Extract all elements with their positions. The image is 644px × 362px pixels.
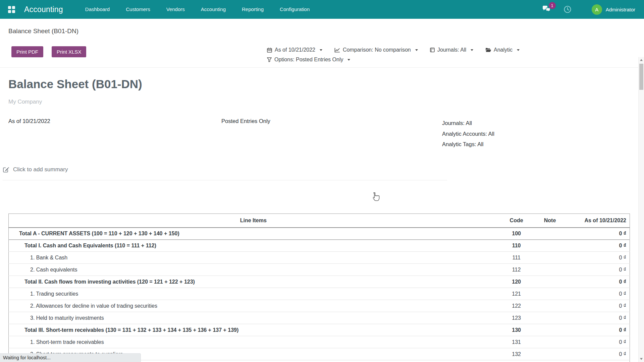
filter-row-1: As of 10/21/2022 Comparison: No comparis…: [267, 47, 520, 53]
row-value[interactable]: 0 ₫: [565, 312, 630, 324]
app-brand[interactable]: Accounting: [24, 5, 63, 14]
filter-journals-dropdown[interactable]: Journals: All: [430, 47, 473, 53]
filter-journals-label: Journals: All: [437, 47, 466, 53]
row-value[interactable]: 0 ₫: [565, 300, 630, 312]
filter-options-dropdown[interactable]: Options: Posted Entries Only: [267, 57, 350, 63]
row-code: 110: [498, 240, 535, 252]
row-label[interactable]: Total A - CURRENT ASSETS (100 = 110 + 12…: [9, 228, 498, 240]
row-label[interactable]: 2. Cash equivalents: [9, 264, 498, 276]
chevron-down-icon: [471, 49, 473, 51]
filter-analytic-dropdown[interactable]: Analytic: [485, 47, 520, 53]
table-header: Line Items Code Note As of 10/21/2022: [9, 214, 630, 228]
table-row: Total A - CURRENT ASSETS (100 = 110 + 12…: [9, 228, 630, 240]
row-value[interactable]: 0 ₫: [565, 348, 630, 360]
row-value[interactable]: 0 ₫: [565, 276, 630, 288]
row-label[interactable]: Total II. Cash flows from investing acti…: [9, 276, 498, 288]
nav-item-reporting[interactable]: Reporting: [234, 0, 272, 19]
row-note: [535, 240, 565, 252]
row-label[interactable]: Total I. Cash and Cash Equivalents (110 …: [9, 240, 498, 252]
chevron-down-icon: [415, 49, 418, 51]
row-label[interactable]: 1. Short-term trade receivables: [9, 336, 498, 348]
nav-item-vendors[interactable]: Vendors: [158, 0, 193, 19]
filter-funnel-icon: [267, 57, 272, 62]
row-code: 111: [498, 252, 535, 264]
row-value[interactable]: 0 ₫: [565, 240, 630, 252]
report-table-body: Total A - CURRENT ASSETS (100 = 110 + 12…: [9, 228, 630, 362]
row-value[interactable]: 0 ₫: [565, 324, 630, 336]
report-title: Balance Sheet (B01-DN): [8, 77, 142, 91]
activities-clock-icon[interactable]: [564, 5, 572, 13]
row-value[interactable]: 0 ₫: [565, 336, 630, 348]
apps-grid-icon[interactable]: [8, 6, 15, 13]
nav-item-dashboard[interactable]: Dashboard: [77, 0, 118, 19]
filter-date-dropdown[interactable]: As of 10/21/2022: [267, 47, 322, 53]
report-filters: As of 10/21/2022 Comparison: No comparis…: [267, 47, 520, 63]
nav-item-configuration[interactable]: Configuration: [272, 0, 318, 19]
table-row: Total I. Cash and Cash Equivalents (110 …: [9, 240, 630, 252]
nav-item-accounting[interactable]: Accounting: [193, 0, 234, 19]
report-info-analytic-tags: Analytic Tags: All: [442, 139, 494, 150]
row-note: [535, 360, 565, 362]
breadcrumb[interactable]: Balance Sheet (B01-DN): [8, 27, 78, 35]
table-row: 1. Trading securities 121 0 ₫: [9, 288, 630, 300]
topbar-right-cluster: 1 A Administrator: [542, 4, 644, 15]
book-icon: [430, 48, 435, 53]
report-info-options: Posted Entries Only: [221, 118, 270, 124]
print-pdf-button[interactable]: Print PDF: [11, 46, 43, 57]
row-note: [535, 348, 565, 360]
row-label[interactable]: 1. Bank & Cash: [9, 252, 498, 264]
summary-underline: [3, 180, 447, 180]
col-header-code: Code: [498, 214, 535, 228]
row-label[interactable]: 1. Trading securities: [9, 288, 498, 300]
browser-status-toast: Waiting for localhost...: [0, 353, 141, 362]
row-value[interactable]: 0 ₫: [565, 360, 630, 362]
row-value[interactable]: 0 ₫: [565, 228, 630, 240]
add-summary-placeholder: Click to add summary: [13, 166, 68, 173]
col-header-note: Note: [535, 214, 565, 228]
row-code: 120: [498, 276, 535, 288]
print-xlsx-button[interactable]: Print XLSX: [52, 46, 86, 57]
user-avatar[interactable]: A: [592, 4, 602, 15]
action-buttons: Print PDF Print XLSX: [11, 46, 86, 57]
table-row: 1. Bank & Cash 111 0 ₫: [9, 252, 630, 264]
filter-row-2: Options: Posted Entries Only: [267, 57, 520, 63]
row-note: [535, 324, 565, 336]
folder-open-icon: [485, 48, 491, 52]
row-label[interactable]: Total III. Short-term receivables (130 =…: [9, 324, 498, 336]
row-note: [535, 300, 565, 312]
row-note: [535, 264, 565, 276]
table-row: 1. Short-term trade receivables 131 0 ₫: [9, 336, 630, 348]
row-label[interactable]: 3. Held to maturity investments: [9, 312, 498, 324]
row-value[interactable]: 0 ₫: [565, 264, 630, 276]
row-value[interactable]: 0 ₫: [565, 288, 630, 300]
scrollbar-thumb[interactable]: [639, 64, 643, 90]
scroll-up-arrow[interactable]: [640, 59, 643, 61]
control-panel: Balance Sheet (B01-DN) Print PDF Print X…: [0, 19, 644, 68]
row-code: 122: [498, 300, 535, 312]
row-note: [535, 228, 565, 240]
table-row: Total III. Short-term receivables (130 =…: [9, 324, 630, 336]
filter-analytic-label: Analytic: [494, 47, 513, 53]
row-code: 130: [498, 324, 535, 336]
row-note: [535, 252, 565, 264]
messages-icon[interactable]: 1: [542, 5, 552, 14]
chevron-down-icon: [320, 49, 322, 51]
row-label[interactable]: 2. Allowances for decline in value of tr…: [9, 300, 498, 312]
report-info-analytic-accounts: Analytic Accounts: All: [442, 129, 494, 139]
row-value[interactable]: 0 ₫: [565, 252, 630, 264]
user-name[interactable]: Administrator: [606, 7, 635, 12]
col-header-asof: As of 10/21/2022: [565, 214, 630, 228]
scroll-down-arrow[interactable]: [640, 358, 643, 360]
row-note: [535, 288, 565, 300]
row-note: [535, 276, 565, 288]
vertical-scrollbar[interactable]: [638, 57, 644, 362]
line-chart-icon: [334, 48, 340, 53]
nav-item-customers[interactable]: Customers: [118, 0, 158, 19]
edit-pencil-icon: [3, 166, 9, 173]
add-summary-field[interactable]: Click to add summary: [3, 166, 68, 173]
report-company: My Company: [8, 99, 42, 105]
col-header-line-items: Line Items: [9, 214, 498, 228]
filter-comparison-dropdown[interactable]: Comparison: No comparison: [334, 47, 418, 53]
row-code: 112: [498, 264, 535, 276]
filter-comparison-label: Comparison: No comparison: [343, 47, 411, 53]
